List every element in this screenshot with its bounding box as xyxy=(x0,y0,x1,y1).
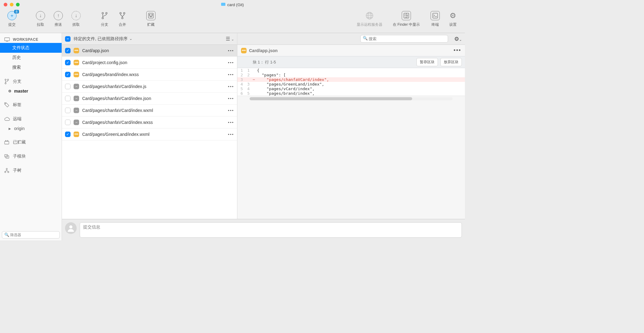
folder-icon xyxy=(221,3,225,6)
commit-label: 提交 xyxy=(8,22,16,27)
sidebar: WORKSPACE 文件状态 历史 搜索 分支 master xyxy=(0,33,62,240)
remote-header[interactable]: 远端 xyxy=(0,114,62,124)
discard-hunk-button[interactable]: 放弃区块 xyxy=(440,58,462,66)
file-row[interactable]: ✓•••Card/pages/brand/index.wxss••• xyxy=(62,69,237,81)
diff-more-button[interactable]: ••• xyxy=(454,47,461,54)
file-name: Card/project.config.json xyxy=(82,60,127,65)
sidebar-branch-master[interactable]: master xyxy=(0,86,62,96)
stash-button[interactable]: 贮藏 xyxy=(142,11,160,27)
svg-point-28 xyxy=(8,171,9,173)
file-checkbox[interactable] xyxy=(65,120,71,125)
file-name: Card/pages/chanfaVCard/index.wxss xyxy=(82,120,153,125)
diff-line[interactable]: 3− "pages/chanfaVCard/index", xyxy=(237,77,465,82)
sidebar-item-file-status[interactable]: 文件状态 xyxy=(0,43,62,53)
file-more-button[interactable]: ••• xyxy=(228,48,234,53)
tag-header[interactable]: 标签 xyxy=(0,100,62,110)
sidebar-filter: 🔍 xyxy=(0,229,62,240)
file-row[interactable]: ✓•••Card/project.config.json••• xyxy=(62,57,237,69)
file-row[interactable]: −Card/pages/chanfaVCard/index.js••• xyxy=(62,81,237,93)
file-row[interactable]: ✓•••Card/app.json••• xyxy=(62,45,237,57)
file-more-button[interactable]: ••• xyxy=(228,132,234,137)
file-more-button[interactable]: ••• xyxy=(228,84,234,89)
file-row[interactable]: −Card/pages/chanfaVCard/index.wxss••• xyxy=(62,117,237,128)
file-status-icon: − xyxy=(74,84,79,89)
pull-button[interactable]: ↓ 拉取 xyxy=(32,11,49,27)
minimize-icon[interactable] xyxy=(10,3,13,6)
diff-line[interactable]: 54 "pages/vCard/index", xyxy=(237,86,465,91)
cloud-icon xyxy=(4,117,10,121)
settings-button[interactable]: ⚙ 设置 xyxy=(444,11,462,27)
diff-line[interactable]: 43 "pages/GreenLand/index", xyxy=(237,82,465,86)
file-checkbox[interactable]: ✓ xyxy=(65,60,71,65)
branch-button[interactable]: 分支 xyxy=(96,11,113,27)
file-name: Card/pages/GreenLand/index.wxml xyxy=(82,132,149,137)
diff-line[interactable]: 11 { xyxy=(237,68,465,73)
terminal-icon xyxy=(431,11,440,20)
close-icon[interactable] xyxy=(4,3,7,6)
file-more-button[interactable]: ••• xyxy=(228,72,234,77)
view-mode-dropdown[interactable]: ☰ ⌄ xyxy=(226,36,234,42)
file-more-button[interactable]: ••• xyxy=(228,120,234,125)
file-more-button[interactable]: ••• xyxy=(228,108,234,113)
arrow-down-icon: ↓ xyxy=(36,11,45,20)
branch-header[interactable]: 分支 xyxy=(0,77,62,86)
file-checkbox[interactable]: ✓ xyxy=(65,132,71,137)
diff-pane: 🔍 ⚙⌄ ••• Card/app.json ••• 块 1： 行 1-5 暂存… xyxy=(237,33,465,219)
file-row[interactable]: −Card/pages/chanfaVCard/index.wxml••• xyxy=(62,105,237,117)
window-title: card (Git) xyxy=(221,2,244,7)
sidebar-remote-origin[interactable]: ▶ origin xyxy=(0,124,62,133)
commit-button[interactable]: 8 ＋ 提交 xyxy=(3,11,21,27)
show-finder-label: 在 Finder 中显示 xyxy=(393,22,420,27)
svg-point-20 xyxy=(5,103,6,104)
svg-point-22 xyxy=(6,140,6,141)
file-checkbox[interactable] xyxy=(65,96,71,101)
subtree-section-label: 子树 xyxy=(13,168,21,173)
file-row[interactable]: ✓•••Card/pages/GreenLand/index.wxml••• xyxy=(62,128,237,140)
diff-search-input[interactable] xyxy=(360,35,448,43)
tristate-checkbox[interactable]: − xyxy=(65,36,71,42)
maximize-icon[interactable] xyxy=(16,3,20,6)
submodule-header[interactable]: 子模块 xyxy=(0,151,62,161)
file-checkbox[interactable] xyxy=(65,84,71,89)
push-label: 推送 xyxy=(55,22,62,27)
terminal-button[interactable]: 终端 xyxy=(426,11,444,27)
show-finder-button[interactable]: 在 Finder 中显示 xyxy=(386,11,426,27)
diff-line[interactable]: 22 "pages": [ xyxy=(237,73,465,77)
file-status-icon: ••• xyxy=(74,48,79,53)
show-remote-button[interactable]: 显示远程服务器 xyxy=(353,11,386,27)
monitor-icon xyxy=(4,37,10,42)
subtree-header[interactable]: 子树 xyxy=(0,166,62,175)
sidebar-item-search[interactable]: 搜索 xyxy=(0,63,62,72)
workspace-header: WORKSPACE xyxy=(0,36,62,43)
remote-section-label: 远端 xyxy=(13,116,21,122)
tag-section-label: 标签 xyxy=(13,102,21,108)
file-status-icon: ••• xyxy=(74,72,79,77)
diff-scrollbar[interactable] xyxy=(250,97,453,100)
file-row[interactable]: −Card/pages/chanfaVCard/index.json••• xyxy=(62,93,237,105)
svg-point-7 xyxy=(149,14,150,15)
file-more-button[interactable]: ••• xyxy=(228,60,234,65)
globe-icon xyxy=(365,11,374,20)
settings-label: 设置 xyxy=(449,22,457,27)
diff-options-button[interactable]: ⚙⌄ xyxy=(454,36,462,42)
workspace-label: WORKSPACE xyxy=(13,37,38,42)
diff-line[interactable]: 65 "pages/brand/index", xyxy=(237,91,465,96)
stage-hunk-button[interactable]: 暂存区块 xyxy=(416,58,438,66)
branch-section-label: 分支 xyxy=(13,79,21,84)
submodule-icon xyxy=(4,154,10,159)
file-more-button[interactable]: ••• xyxy=(228,96,234,101)
file-checkbox[interactable]: ✓ xyxy=(65,72,71,77)
file-sort-dropdown[interactable]: 待定的文件, 已依照路径排序 ⌄ xyxy=(74,36,132,42)
file-checkbox[interactable]: ✓ xyxy=(65,48,71,53)
commit-message-input[interactable] xyxy=(80,222,462,238)
merge-button[interactable]: 合并 xyxy=(113,11,131,27)
svg-point-5 xyxy=(122,17,123,19)
file-checkbox[interactable] xyxy=(65,108,71,113)
sidebar-item-history[interactable]: 历史 xyxy=(0,53,62,63)
svg-point-14 xyxy=(407,15,408,15)
svg-point-23 xyxy=(7,140,8,141)
push-button[interactable]: ↑ 推送 xyxy=(49,11,67,27)
stash-header[interactable]: 已贮藏 xyxy=(0,137,62,147)
fetch-button[interactable]: ↓ 抓取 xyxy=(67,11,85,27)
sidebar-filter-input[interactable] xyxy=(2,231,60,239)
